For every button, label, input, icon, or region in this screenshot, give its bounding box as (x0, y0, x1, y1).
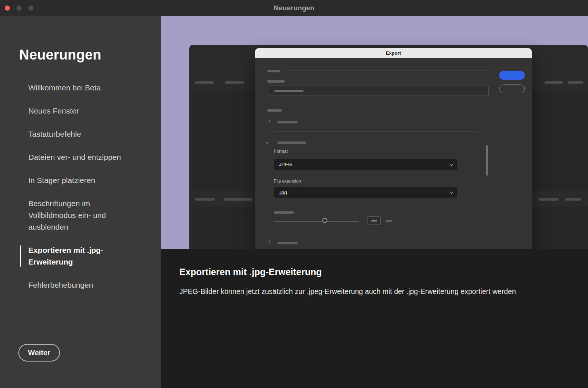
sidebar-item-beschriftungen[interactable]: Beschriftungen im Vollbildmodus ein- und… (28, 198, 133, 233)
mock-skeleton-label (224, 198, 252, 201)
mock-skeleton-label (277, 141, 306, 144)
mock-primary-button (499, 71, 525, 80)
feature-heading: Exportieren mit .jpg-Erweiterung (179, 267, 566, 277)
feature-preview-illustration: Export (161, 16, 588, 249)
chevron-down-icon (449, 162, 453, 166)
sidebar-item-tastaturbefehle[interactable]: Tastaturbefehle (28, 128, 133, 140)
mock-skeleton-value (371, 220, 377, 222)
mock-skeleton-label (274, 211, 294, 214)
mock-quality-value-box (367, 216, 381, 225)
mock-export-dialog: Export (255, 48, 532, 249)
sidebar: Neuerungen Willkommen bei Beta Neues Fen… (0, 16, 161, 388)
mock-skeleton-tab (545, 81, 563, 84)
feature-description: JPEG-Bilder können jetzt zusätzlich zur … (179, 286, 554, 297)
close-button[interactable] (5, 6, 10, 11)
sidebar-item-neues-fenster[interactable]: Neues Fenster (28, 105, 133, 117)
mock-dialog-body: Format JPEG File extension .jpg (255, 58, 532, 249)
mock-skeleton-tab (225, 81, 244, 84)
mock-skeleton-label (267, 70, 280, 72)
mock-divider (274, 230, 477, 230)
mock-secondary-button (499, 85, 525, 93)
sidebar-item-willkommen[interactable]: Willkommen bei Beta (28, 82, 133, 94)
next-button[interactable]: Weiter (18, 344, 60, 362)
sidebar-item-fehlerbehebungen[interactable]: Fehlerbehebungen (28, 279, 133, 291)
mock-divider (290, 110, 489, 110)
sidebar-heading: Neuerungen (19, 47, 161, 63)
mock-skeleton-unit (386, 220, 392, 222)
mock-quality-slider-track (274, 221, 359, 222)
sidebar-item-stager[interactable]: In Stager platzieren (28, 175, 133, 186)
mock-filename-input (269, 86, 489, 96)
mock-file-extension-dropdown: .jpg (274, 187, 458, 198)
mock-skeleton-label (267, 80, 285, 83)
mock-skeleton-label (565, 198, 581, 201)
format-label: Format (274, 149, 288, 154)
mock-skeleton-placeholder (274, 90, 304, 92)
titlebar: Neuerungen (0, 0, 588, 16)
disclosure-right-icon (267, 240, 271, 244)
feature-detail-panel: Exportieren mit .jpg-Erweiterung JPEG-Bi… (161, 249, 588, 388)
mock-dialog-title: Export (255, 48, 532, 58)
file-extension-value: .jpg (279, 190, 287, 195)
sidebar-item-export-jpg[interactable]: Exportieren mit .jpg-Erweiterung (28, 244, 133, 268)
mock-scrollbar-thumb (486, 145, 488, 176)
mock-format-dropdown: JPEG (274, 159, 458, 170)
mock-divider (274, 131, 477, 132)
mock-skeleton-tab (568, 81, 583, 84)
mock-quality-slider-handle (322, 218, 327, 223)
mock-skeleton-label (277, 242, 298, 244)
mock-divider (285, 71, 489, 71)
mock-skeleton-label (195, 198, 215, 201)
app-window: Neuerungen Neuerungen Willkommen bei Bet… (0, 0, 588, 388)
minimize-button[interactable] (17, 6, 22, 11)
mock-skeleton-tab (195, 81, 214, 84)
content-area: Export (161, 16, 588, 388)
mock-skeleton-label (267, 109, 282, 112)
mock-skeleton-label (538, 198, 559, 201)
file-extension-label: File extension (274, 179, 301, 184)
mock-skeleton-label (277, 121, 298, 123)
format-value: JPEG (279, 162, 292, 167)
zoom-button[interactable] (28, 6, 33, 11)
disclosure-right-icon (267, 119, 271, 123)
sidebar-item-zippen[interactable]: Dateien ver- und entzippen (28, 151, 133, 163)
window-title: Neuerungen (274, 4, 315, 12)
chevron-down-icon (449, 190, 453, 194)
disclosure-down-icon (266, 140, 270, 144)
whats-new-nav: Willkommen bei Beta Neues Fenster Tastat… (28, 82, 161, 291)
traffic-lights (5, 0, 33, 16)
